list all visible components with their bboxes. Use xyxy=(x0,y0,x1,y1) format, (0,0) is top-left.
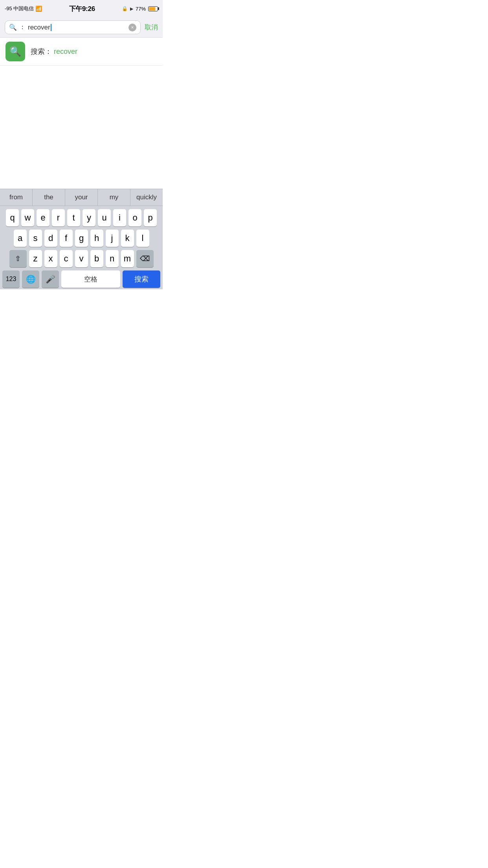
clear-button[interactable]: × xyxy=(128,24,136,31)
search-bar-container: 🔍 ： recover × 取消 xyxy=(0,17,163,38)
predictive-word-from[interactable]: from xyxy=(0,189,33,206)
wifi-icon: 📶 xyxy=(35,6,42,12)
search-suggestion[interactable]: 🔍 搜索： recover xyxy=(0,38,163,66)
key-x[interactable]: x xyxy=(44,250,57,267)
key-y[interactable]: y xyxy=(83,209,95,226)
status-right: 🔒 ▶ 77% xyxy=(122,6,158,12)
key-c[interactable]: c xyxy=(60,250,73,267)
key-f[interactable]: f xyxy=(60,230,73,247)
predictive-bar: from the your my quickly xyxy=(0,189,163,206)
key-z[interactable]: z xyxy=(29,250,42,267)
predictive-word-the[interactable]: the xyxy=(33,189,65,206)
key-s[interactable]: s xyxy=(29,230,42,247)
lock-icon: 🔒 xyxy=(122,6,128,11)
mic-key[interactable]: 🎤 xyxy=(42,270,59,288)
space-key[interactable]: 空格 xyxy=(61,270,120,288)
search-input-wrapper[interactable]: 🔍 ： recover × xyxy=(5,20,141,34)
keyboard: q w e r t y u i o p a s d f g h j k xyxy=(0,206,163,289)
key-k[interactable]: k xyxy=(121,230,134,247)
location-icon: ▶ xyxy=(130,6,133,11)
key-w[interactable]: w xyxy=(21,209,34,226)
globe-key[interactable]: 🌐 xyxy=(22,270,39,288)
search-key[interactable]: 搜索 xyxy=(123,270,160,288)
number-key[interactable]: 123 xyxy=(2,270,20,288)
delete-key[interactable]: ⌫ xyxy=(136,250,154,267)
text-cursor xyxy=(51,24,51,31)
key-r[interactable]: r xyxy=(52,209,65,226)
predictive-word-my[interactable]: my xyxy=(98,189,130,206)
status-time: 下午9:26 xyxy=(69,4,95,13)
key-t[interactable]: t xyxy=(67,209,80,226)
keyboard-section: from the your my quickly q w e r t y u i… xyxy=(0,189,163,289)
cancel-button[interactable]: 取消 xyxy=(145,23,158,32)
battery-icon xyxy=(148,6,158,11)
search-colon: ： xyxy=(19,23,26,31)
key-o[interactable]: o xyxy=(128,209,141,226)
key-m[interactable]: m xyxy=(121,250,134,267)
key-b[interactable]: b xyxy=(90,250,103,267)
keyboard-row-2: a s d f g h j k l xyxy=(1,230,161,247)
status-left: -95 中国电信 📶 xyxy=(5,5,42,12)
search-input[interactable]: recover xyxy=(28,24,126,31)
search-input-text: recover xyxy=(28,24,50,31)
suggestion-search-icon: 🔍 xyxy=(6,42,25,61)
key-q[interactable]: q xyxy=(6,209,19,226)
main-content-area xyxy=(0,66,163,189)
shift-key[interactable]: ⇧ xyxy=(9,250,27,267)
suggestion-text: 搜索： recover xyxy=(31,47,77,56)
key-h[interactable]: h xyxy=(90,230,103,247)
key-d[interactable]: d xyxy=(44,230,57,247)
status-bar: -95 中国电信 📶 下午9:26 🔒 ▶ 77% xyxy=(0,0,163,17)
key-v[interactable]: v xyxy=(75,250,88,267)
key-i[interactable]: i xyxy=(113,209,126,226)
suggestion-label: 搜索： xyxy=(31,48,52,55)
keyboard-row-1: q w e r t y u i o p xyxy=(1,209,161,226)
suggestion-keyword: recover xyxy=(54,48,77,55)
keyboard-bottom-row: 123 🌐 🎤 空格 搜索 xyxy=(1,270,161,288)
key-p[interactable]: p xyxy=(144,209,157,226)
key-a[interactable]: a xyxy=(14,230,27,247)
search-icon: 🔍 xyxy=(9,24,17,31)
key-e[interactable]: e xyxy=(37,209,50,226)
carrier-text: -95 中国电信 xyxy=(5,5,34,12)
keyboard-row-3: ⇧ z x c v b n m ⌫ xyxy=(1,250,161,267)
predictive-word-quickly[interactable]: quickly xyxy=(130,189,163,206)
battery-percent: 77% xyxy=(136,6,146,12)
predictive-word-your[interactable]: your xyxy=(65,189,98,206)
key-l[interactable]: l xyxy=(136,230,149,247)
key-j[interactable]: j xyxy=(106,230,119,247)
key-u[interactable]: u xyxy=(98,209,111,226)
key-g[interactable]: g xyxy=(75,230,88,247)
key-n[interactable]: n xyxy=(106,250,119,267)
